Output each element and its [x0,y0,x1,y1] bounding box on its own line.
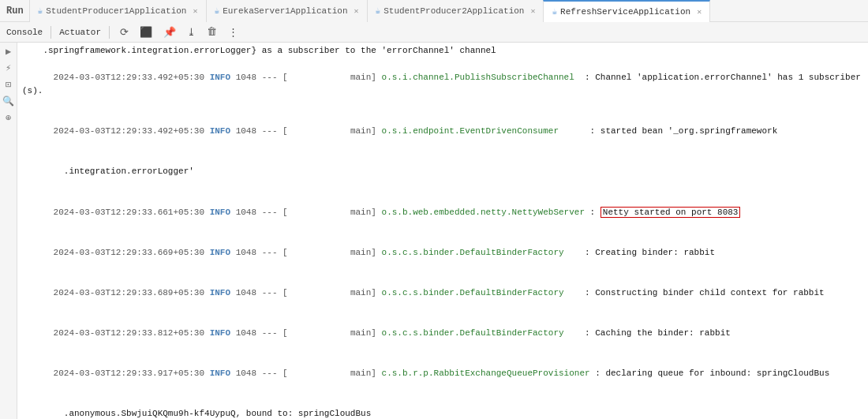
scroll-icon[interactable]: ⤓ [185,25,198,39]
close-icon-1[interactable]: ✕ [193,6,197,16]
tab-bar: Run ☕ StudentProducer1Application ✕ ☕ Eu… [0,0,868,22]
toolbar: Console Actuator ⟳ ⬛ 📌 ⤓ 🗑 ⋮ [0,22,868,43]
gutter-icon-2[interactable]: ⚡ [6,62,11,74]
toolbar-separator-1 [51,26,51,39]
toolbar-separator-2 [109,26,110,39]
main-area: ▶ ⚡ ⊡ 🔍 ⊕ .springframework.integration.e… [0,43,868,419]
actuator-label: Actuator [59,28,101,37]
clear-icon[interactable]: 🗑 [204,25,219,39]
close-icon-2[interactable]: ✕ [354,6,359,16]
run-label: Run [6,6,24,17]
tab-label-2: EurekaServer1Application [223,6,347,16]
left-gutter: ▶ ⚡ ⊡ 🔍 ⊕ [0,43,17,419]
log-line-3: 2024-03-03T12:29:33.669+05:30 INFO 1048 … [22,233,865,273]
gutter-icon-3[interactable]: ⊡ [6,79,11,91]
tab-label-3: StudentProducer2Application [383,6,524,16]
log-line-1b: .integration.errorLogger' [22,152,865,192]
gutter-icon-4[interactable]: 🔍 [2,95,14,107]
log-area[interactable]: .springframework.integration.errorLogger… [17,43,868,419]
tab-label-4: RefreshServiceApplication [560,7,690,17]
restart-icon[interactable]: ⟳ [118,25,131,39]
stop-icon[interactable]: ⬛ [137,25,155,39]
console-label: Console [6,28,43,37]
close-icon-3[interactable]: ✕ [530,6,535,16]
tab-icon-3: ☕ [376,6,381,16]
tab-icon-1: ☕ [38,6,43,16]
close-icon-4[interactable]: ✕ [697,7,702,17]
log-line-prefix: .springframework.integration.errorLogger… [22,44,865,58]
log-line-1: 2024-03-03T12:29:33.492+05:30 INFO 1048 … [22,111,865,152]
tab-student-producer2[interactable]: ☕ StudentProducer2Application ✕ [367,0,544,22]
log-line-0: 2024-03-03T12:29:33.492+05:30 INFO 1048 … [22,58,865,111]
tab-icon-4: ☕ [552,6,557,17]
log-line-6: 2024-03-03T12:29:33.917+05:30 INFO 1048 … [22,354,865,394]
tab-icon-2: ☕ [215,6,220,16]
more-icon[interactable]: ⋮ [226,25,241,39]
gutter-icon-5[interactable]: ⊕ [6,112,11,124]
log-line-6b: .anonymous.SbwjuiQKQmu9h-kf4UypuQ, bound… [22,394,865,419]
tab-student-producer1[interactable]: ☕ StudentProducer1Application ✕ [29,0,207,22]
log-line-5: 2024-03-03T12:29:33.812+05:30 INFO 1048 … [22,313,865,354]
pin-icon[interactable]: 📌 [161,25,178,39]
log-line-4: 2024-03-03T12:29:33.689+05:30 INFO 1048 … [22,273,865,313]
tab-refresh-service[interactable]: ☕ RefreshServiceApplication ✕ [543,0,710,22]
tab-eureka-server1[interactable]: ☕ EurekaServer1Application ✕ [206,0,368,22]
tab-label-1: StudentProducer1Application [46,6,186,16]
gutter-icon-1[interactable]: ▶ [6,46,11,58]
log-line-2: 2024-03-03T12:29:33.661+05:30 INFO 1048 … [22,193,865,233]
